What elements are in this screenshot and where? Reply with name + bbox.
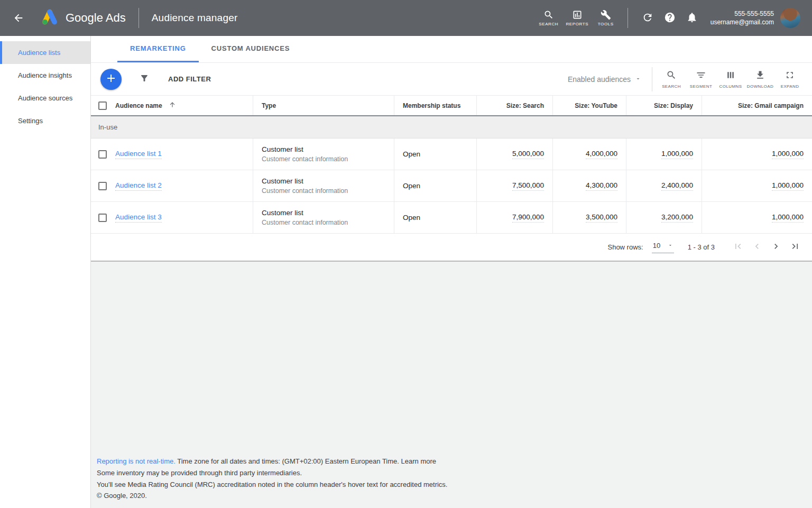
table-search-button[interactable]: SEARCH [657, 70, 686, 89]
table-toolbar: ADD FILTER Enabled audiences S [91, 63, 812, 95]
audience-filter-dropdown[interactable]: Enabled audiences [565, 75, 644, 84]
reports-nav-label: REPORTS [566, 22, 588, 26]
download-button[interactable]: DOWNLOAD [745, 70, 775, 89]
download-label: DOWNLOAD [747, 84, 773, 89]
row-checkbox[interactable] [98, 150, 107, 159]
tab-custom-audiences[interactable]: CUSTOM AUDIENCES [199, 36, 303, 62]
learn-more-link[interactable]: Learn more [401, 457, 436, 465]
audience-filter-value: Enabled audiences [568, 75, 631, 84]
size-youtube-value: 4,000,000 [586, 150, 617, 159]
size-search-value: 7,500,000 [512, 181, 544, 191]
notifications-button[interactable] [681, 12, 703, 25]
size-youtube-cell: 4,000,000 [552, 138, 626, 170]
size-display-value: 1,000,000 [661, 150, 693, 159]
size-display-cell: 2,400,000 [626, 170, 702, 201]
sidebar-item-label: Audience insights [18, 71, 72, 79]
last-page-icon [790, 241, 800, 253]
next-page-button[interactable] [767, 238, 786, 257]
type-value: Customer list [262, 209, 303, 217]
size-youtube-value: 4,300,000 [586, 181, 617, 191]
tools-wrench-icon [601, 10, 611, 20]
sidebar-item-audience-sources[interactable]: Audience sources [0, 87, 90, 109]
header-size-youtube[interactable]: Size: YouTube [552, 96, 626, 115]
top-app-bar: Google Ads Audience manager SEARCH REPOR… [0, 0, 812, 36]
header-size-display[interactable]: Size: Display [626, 96, 702, 115]
type-detail: Customer contact information [262, 155, 348, 163]
reporting-not-realtime-link[interactable]: Reporting is not real-time. [97, 457, 176, 465]
help-button[interactable] [659, 12, 681, 25]
account-info[interactable]: 555-555-5555 username@gmail.com [710, 10, 774, 26]
segment-button[interactable]: SEGMENT [686, 70, 716, 89]
reports-nav-button[interactable]: REPORTS [563, 10, 592, 26]
size-gmail-value: 1,000,000 [772, 181, 804, 191]
tools-nav-button[interactable]: TOOLS [592, 10, 620, 26]
membership-status-value: Open [403, 214, 420, 221]
size-gmail-cell: 1,000,000 [702, 138, 812, 170]
size-display-value: 3,200,000 [661, 213, 693, 223]
sidebar-item-label: Audience lists [18, 49, 60, 57]
google-ads-logo-icon [40, 8, 59, 28]
row-checkbox[interactable] [98, 182, 107, 190]
header-size-search[interactable]: Size: Search [476, 96, 552, 115]
product-name: Google Ads [66, 11, 126, 25]
footer-copyright: © Google, 2020. [97, 490, 447, 502]
tools-nav-label: TOOLS [598, 22, 614, 26]
audience-name-cell: Audience list 3 [91, 202, 253, 233]
show-rows-label: Show rows: [607, 243, 643, 251]
size-search-value: 5,000,000 [512, 150, 544, 159]
back-button[interactable] [13, 12, 24, 24]
columns-button[interactable]: COLUMNS [716, 70, 745, 89]
expand-icon [785, 70, 795, 82]
membership-status-cell: Open [394, 138, 476, 170]
search-nav-button[interactable]: SEARCH [534, 10, 563, 26]
topbar-divider [139, 8, 139, 28]
membership-status-value: Open [403, 150, 420, 158]
column-label: Audience name [115, 102, 162, 109]
type-detail: Customer contact information [262, 187, 348, 195]
size-gmail-cell: 1,000,000 [702, 202, 812, 233]
footer-line-3: You'll see Media Rating Council (MRC) ac… [97, 479, 447, 491]
size-search-cell: 7,900,000 [476, 202, 552, 233]
audience-link[interactable]: Audience list 2 [115, 181, 162, 191]
sidebar-item-audience-lists[interactable]: Audience lists [0, 41, 90, 64]
expand-button[interactable]: EXPAND [775, 70, 805, 89]
search-icon [543, 10, 554, 20]
header-size-gmail[interactable]: Size: Gmail campaign [702, 96, 812, 115]
header-audience-name[interactable]: Audience name [91, 96, 253, 115]
tab-remarketing[interactable]: REMARKETING [117, 36, 199, 62]
size-gmail-value: 1,000,000 [772, 213, 804, 223]
type-cell: Customer list Customer contact informati… [253, 202, 394, 233]
avatar[interactable] [780, 8, 800, 28]
add-filter-button[interactable]: ADD FILTER [136, 73, 214, 85]
audience-link[interactable]: Audience list 3 [115, 213, 162, 223]
sidebar: Audience lists Audience insights Audienc… [0, 36, 91, 508]
segment-icon [696, 70, 706, 82]
chevron-down-icon [668, 242, 673, 250]
page-size-select[interactable]: 10 [652, 242, 674, 253]
toolbar-divider [652, 67, 652, 91]
pagination-bar: Show rows: 10 1 - 3 of 3 [91, 234, 812, 262]
sidebar-item-settings[interactable]: Settings [0, 109, 90, 132]
account-phone: 555-555-5555 [710, 10, 774, 18]
columns-label: COLUMNS [719, 84, 742, 89]
row-checkbox[interactable] [98, 214, 107, 222]
chevron-down-icon [631, 75, 641, 84]
sidebar-item-audience-insights[interactable]: Audience insights [0, 64, 90, 87]
page-size-value: 10 [653, 242, 660, 250]
header-type[interactable]: Type [253, 96, 394, 115]
search-nav-label: SEARCH [539, 22, 558, 26]
account-email: username@gmail.com [710, 18, 774, 26]
last-page-button[interactable] [786, 238, 805, 257]
table-search-label: SEARCH [662, 84, 681, 89]
audience-link[interactable]: Audience list 1 [115, 150, 162, 159]
table-header-row: Audience name Type Membership status Siz… [91, 95, 812, 116]
header-membership-status[interactable]: Membership status [394, 96, 476, 115]
page-title: Audience manager [152, 12, 238, 24]
previous-page-button [748, 238, 767, 257]
refresh-button[interactable] [636, 12, 659, 25]
content-background: Reporting is not real-time. Time zone fo… [91, 262, 812, 508]
google-ads-logo[interactable]: Google Ads [40, 8, 126, 28]
select-all-checkbox[interactable] [98, 101, 107, 110]
add-audience-button[interactable] [100, 69, 122, 90]
topbar-divider [628, 8, 628, 28]
